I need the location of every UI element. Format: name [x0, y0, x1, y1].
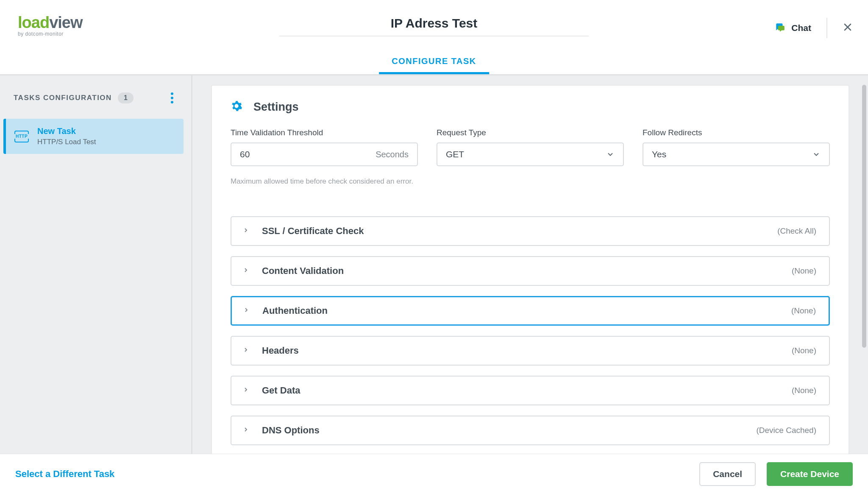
accordion-label: Get Data: [262, 385, 792, 396]
sidebar-header-left: TASKS CONFIGURATION 1: [14, 92, 134, 103]
title-underline: [279, 36, 589, 36]
settings-card: Settings Time Validation Threshold Secon…: [211, 85, 849, 454]
accordion-label: SSL / Certificate Check: [262, 226, 777, 237]
accordion-label: Headers: [262, 345, 792, 356]
select-different-task-link[interactable]: Select a Different Task: [15, 469, 114, 480]
follow-redirects-label: Follow Redirects: [643, 128, 830, 137]
page-title: IP Adress Test: [391, 16, 478, 31]
sidebar-menu-button[interactable]: [166, 88, 178, 108]
accordion-item[interactable]: SSL / Certificate Check(Check All): [231, 216, 830, 246]
field-follow-redirects: Follow Redirects Yes: [643, 128, 830, 186]
tab-bar: CONFIGURE TASK: [379, 56, 489, 74]
task-meta: New Task HTTP/S Load Test: [37, 126, 96, 146]
chevron-right-icon: [243, 307, 250, 315]
task-name: New Task: [37, 126, 96, 136]
accordion-label: DNS Options: [262, 425, 757, 436]
time-threshold-help: Maximum allowed time before check consid…: [231, 177, 418, 186]
logo: loadview by dotcom-monitor: [18, 14, 83, 37]
accordion-item[interactable]: Content Validation(None): [231, 256, 830, 286]
main: Settings Time Validation Threshold Secon…: [192, 75, 868, 454]
time-threshold-input-wrap: Seconds: [231, 142, 418, 166]
header-divider: [826, 18, 827, 38]
task-count-badge: 1: [118, 92, 134, 103]
task-subtitle: HTTP/S Load Test: [37, 138, 96, 146]
field-time-threshold: Time Validation Threshold Seconds Maximu…: [231, 128, 418, 186]
time-threshold-unit: Seconds: [376, 150, 409, 159]
accordion-status: (None): [792, 266, 816, 276]
request-type-select[interactable]: GET: [437, 142, 624, 166]
request-type-value: GET: [446, 149, 464, 159]
chevron-right-icon: [242, 346, 249, 355]
header: loadview by dotcom-monitor IP Adress Tes…: [0, 0, 868, 75]
cancel-button[interactable]: Cancel: [699, 462, 756, 486]
accordion-item[interactable]: Headers(None): [231, 336, 830, 366]
footer-actions: Cancel Create Device: [699, 462, 853, 486]
follow-redirects-select[interactable]: Yes: [643, 142, 830, 166]
time-threshold-input[interactable]: [240, 149, 376, 159]
chevron-down-icon: [812, 150, 821, 159]
sidebar-heading: TASKS CONFIGURATION: [14, 94, 112, 102]
chat-label: Chat: [791, 23, 811, 33]
logo-secondary: view: [49, 14, 82, 31]
accordion-item[interactable]: Get Data(None): [231, 376, 830, 405]
sidebar: TASKS CONFIGURATION 1 New Task HTTP/S Lo…: [0, 75, 192, 454]
kebab-dot-icon: [171, 97, 173, 99]
field-request-type: Request Type GET: [437, 128, 624, 186]
chevron-right-icon: [242, 426, 249, 435]
sidebar-header: TASKS CONFIGURATION 1: [0, 75, 191, 116]
time-threshold-label: Time Validation Threshold: [231, 128, 418, 137]
accordion-status: (Device Cached): [757, 426, 817, 435]
settings-title: Settings: [253, 100, 299, 114]
close-button[interactable]: [843, 22, 853, 34]
accordion-status: (None): [791, 306, 816, 315]
close-icon: [843, 26, 853, 33]
body: TASKS CONFIGURATION 1 New Task HTTP/S Lo…: [0, 75, 868, 454]
settings-header: Settings: [231, 100, 830, 114]
chevron-down-icon: [606, 150, 615, 159]
chevron-right-icon: [242, 267, 249, 275]
chat-button[interactable]: Chat: [774, 22, 826, 34]
scrollbar[interactable]: [862, 85, 866, 348]
accordion-item[interactable]: Authentication(None): [231, 296, 830, 326]
follow-redirects-value: Yes: [652, 149, 666, 159]
accordion-status: (Check All): [777, 226, 816, 236]
kebab-dot-icon: [171, 101, 173, 103]
tab-configure-task[interactable]: CONFIGURE TASK: [379, 56, 489, 74]
logo-primary: load: [18, 14, 49, 31]
sidebar-task-item[interactable]: New Task HTTP/S Load Test: [3, 119, 184, 154]
header-actions: Chat: [774, 18, 853, 38]
accordion-label: Authentication: [262, 305, 791, 316]
request-type-label: Request Type: [437, 128, 624, 137]
gear-icon: [231, 100, 242, 114]
accordion-status: (None): [792, 386, 816, 395]
chat-icon: [774, 22, 785, 34]
chevron-right-icon: [242, 227, 249, 235]
field-row: Time Validation Threshold Seconds Maximu…: [231, 128, 830, 186]
create-device-button[interactable]: Create Device: [767, 462, 853, 486]
kebab-dot-icon: [171, 92, 173, 95]
logo-subtitle: by dotcom-monitor: [18, 31, 83, 37]
chevron-right-icon: [242, 386, 249, 395]
accordion-status: (None): [792, 346, 816, 355]
accordion-item[interactable]: DNS Options(Device Cached): [231, 416, 830, 445]
accordion: SSL / Certificate Check(Check All)Conten…: [231, 216, 830, 445]
http-badge-icon: [14, 131, 29, 142]
accordion-label: Content Validation: [262, 265, 792, 276]
logo-text: loadview: [18, 14, 83, 32]
footer: Select a Different Task Cancel Create De…: [0, 454, 868, 494]
